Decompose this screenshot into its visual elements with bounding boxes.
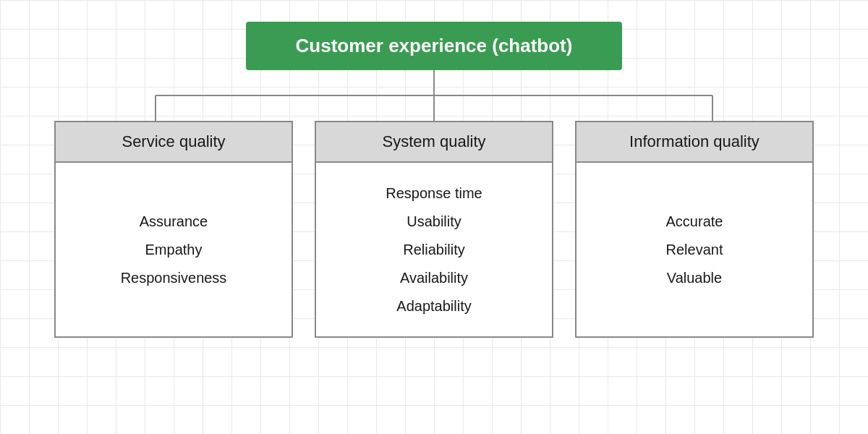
children-row: Service quality Assurance Empathy Respon… — [36, 121, 832, 338]
system-quality-items: Response time Usability Reliability Avai… — [316, 163, 552, 336]
service-quality-box: Service quality Assurance Empathy Respon… — [54, 121, 293, 338]
list-item: Valuable — [667, 270, 722, 286]
root-node: Customer experience (chatbot) — [246, 22, 622, 70]
list-item: Response time — [386, 185, 482, 202]
list-item: Assurance — [140, 213, 208, 230]
list-item: Empathy — [145, 242, 203, 258]
list-item: Responsiveness — [121, 270, 227, 286]
list-item: Reliability — [403, 242, 465, 258]
list-item: Relevant — [666, 242, 723, 258]
diagram-container: Customer experience (chatbot) Service qu… — [0, 0, 868, 434]
service-quality-header: Service quality — [56, 122, 292, 163]
system-quality-header: System quality — [316, 122, 552, 163]
list-item: Accurate — [666, 213, 723, 230]
list-item: Usability — [407, 213, 461, 230]
list-item: Adaptability — [396, 298, 471, 315]
list-item: Availability — [400, 270, 468, 286]
connector-svg — [36, 70, 832, 121]
service-quality-items: Assurance Empathy Responsiveness — [56, 163, 292, 336]
root-label: Customer experience (chatbot) — [296, 35, 573, 56]
information-quality-box: Information quality Accurate Relevant Va… — [575, 121, 814, 338]
information-quality-items: Accurate Relevant Valuable — [576, 163, 812, 336]
information-quality-header: Information quality — [576, 122, 812, 163]
system-quality-box: System quality Response time Usability R… — [315, 121, 553, 338]
